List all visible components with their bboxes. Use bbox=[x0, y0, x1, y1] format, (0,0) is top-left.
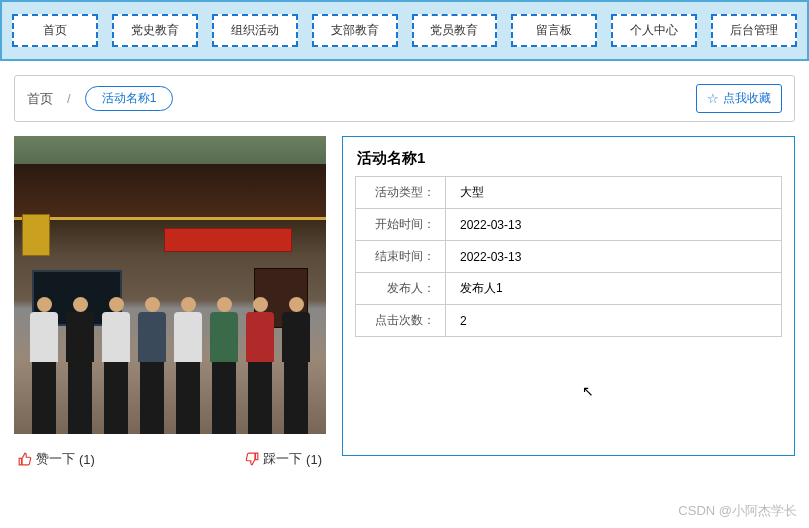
cursor-icon: ↖ bbox=[582, 383, 594, 399]
row-value: 2 bbox=[446, 305, 782, 337]
star-icon: ☆ bbox=[707, 91, 719, 106]
row-value: 2022-03-13 bbox=[446, 241, 782, 273]
like-count: (1) bbox=[79, 452, 95, 467]
row-label: 结束时间： bbox=[356, 241, 446, 273]
dislike-button[interactable]: 踩一下(1) bbox=[245, 450, 322, 468]
row-value: 发布人1 bbox=[446, 273, 782, 305]
table-row: 活动类型：大型 bbox=[356, 177, 782, 209]
row-label: 点击次数： bbox=[356, 305, 446, 337]
favorite-label: 点我收藏 bbox=[723, 90, 771, 107]
thumb-down-icon bbox=[245, 452, 259, 466]
breadcrumb-separator: / bbox=[67, 91, 71, 106]
breadcrumb-bar: 首页 / 活动名称1 ☆ 点我收藏 bbox=[14, 75, 795, 122]
row-value: 2022-03-13 bbox=[446, 209, 782, 241]
nav-home[interactable]: 首页 bbox=[12, 14, 98, 47]
table-row: 点击次数：2 bbox=[356, 305, 782, 337]
row-value: 大型 bbox=[446, 177, 782, 209]
table-row: 发布人：发布人1 bbox=[356, 273, 782, 305]
favorite-button[interactable]: ☆ 点我收藏 bbox=[696, 84, 782, 113]
nav-messages[interactable]: 留言板 bbox=[511, 14, 597, 47]
table-row: 结束时间：2022-03-13 bbox=[356, 241, 782, 273]
like-button[interactable]: 赞一下(1) bbox=[18, 450, 95, 468]
row-label: 发布人： bbox=[356, 273, 446, 305]
nav-branch-edu[interactable]: 支部教育 bbox=[312, 14, 398, 47]
row-label: 活动类型： bbox=[356, 177, 446, 209]
row-label: 开始时间： bbox=[356, 209, 446, 241]
like-label: 赞一下 bbox=[36, 450, 75, 468]
detail-table: 活动类型：大型 开始时间：2022-03-13 结束时间：2022-03-13 … bbox=[355, 176, 782, 337]
thumb-up-icon bbox=[18, 452, 32, 466]
nav-org-activity[interactable]: 组织活动 bbox=[212, 14, 298, 47]
dislike-count: (1) bbox=[306, 452, 322, 467]
breadcrumb-home[interactable]: 首页 bbox=[27, 90, 53, 108]
detail-panel: 活动名称1 活动类型：大型 开始时间：2022-03-13 结束时间：2022-… bbox=[342, 136, 795, 456]
detail-title: 活动名称1 bbox=[357, 149, 782, 168]
breadcrumb-current: 活动名称1 bbox=[85, 86, 174, 111]
nav-personal[interactable]: 个人中心 bbox=[611, 14, 697, 47]
nav-member-edu[interactable]: 党员教育 bbox=[412, 14, 498, 47]
table-row: 开始时间：2022-03-13 bbox=[356, 209, 782, 241]
breadcrumb: 首页 / 活动名称1 bbox=[27, 86, 173, 111]
dislike-label: 踩一下 bbox=[263, 450, 302, 468]
nav-party-history[interactable]: 党史教育 bbox=[112, 14, 198, 47]
activity-image bbox=[14, 136, 326, 434]
navbar: 首页 党史教育 组织活动 支部教育 党员教育 留言板 个人中心 后台管理 bbox=[0, 0, 809, 61]
nav-admin[interactable]: 后台管理 bbox=[711, 14, 797, 47]
